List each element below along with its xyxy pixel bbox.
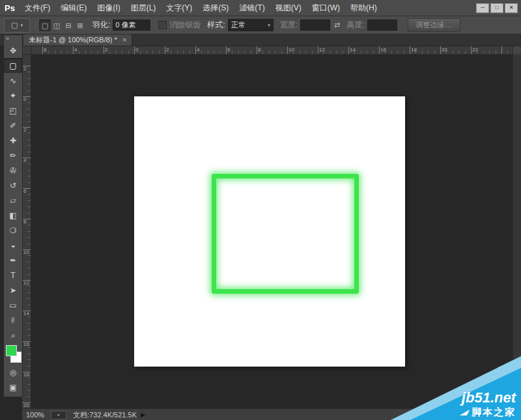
document-tab[interactable]: 未标题-1 @ 100%(RGB/8) * ×	[23, 34, 132, 46]
collapse-panel-icon[interactable]: »	[4, 35, 22, 43]
color-swatches	[4, 344, 22, 363]
minimize-button[interactable]: ─	[476, 3, 489, 13]
style-label: 样式:	[207, 20, 225, 31]
status-menu-arrow-icon[interactable]: ▶	[141, 412, 145, 418]
scrollbar-track[interactable]	[513, 46, 521, 408]
width-label: 宽度:	[280, 20, 298, 31]
lasso-tool-icon[interactable]: ∿	[4, 73, 22, 88]
v-ruler-label: 14	[23, 311, 30, 316]
tool-options-bar: ▢ ▾ ▢ ◫ ⊟ ⊞ 羽化: 0 像素 消除锯齿 样式: 正常 ▾ 宽度: ⇄…	[0, 16, 521, 35]
h-ruler-label: 16	[380, 47, 386, 53]
type-tool-icon[interactable]: T	[4, 268, 22, 283]
h-ruler-label: 10	[289, 47, 294, 53]
menu-filter[interactable]: 滤镜(T)	[234, 0, 270, 16]
vertical-ruler[interactable]: 2 0 2 4 6 8 10 12 14 16 18 20	[22, 54, 31, 408]
jb51-logo-icon	[460, 410, 470, 415]
style-dropdown[interactable]: 正常 ▾	[228, 19, 274, 31]
menu-window[interactable]: 窗口(W)	[307, 0, 345, 16]
v-ruler-label: 16	[23, 342, 30, 347]
height-input[interactable]	[367, 20, 397, 31]
menu-view[interactable]: 视图(V)	[270, 0, 307, 16]
h-ruler-label: 4	[74, 47, 77, 53]
v-ruler-label: 4	[23, 158, 30, 163]
intersect-selection-icon[interactable]: ⊞	[74, 20, 86, 31]
quick-selection-tool-icon[interactable]: ✦	[4, 88, 22, 103]
path-selection-tool-icon[interactable]: ➤	[4, 283, 22, 298]
marquee-tool-icon: ▢	[11, 21, 18, 29]
antialias-checkbox[interactable]	[158, 21, 167, 29]
pen-tool-icon[interactable]: ✒	[4, 253, 22, 268]
v-ruler-label: 2	[23, 66, 30, 72]
watermark-name-row: 脚本之家	[461, 406, 516, 419]
h-ruler-label: 0	[135, 47, 138, 53]
screen-mode-tool-icon[interactable]: ▣	[4, 380, 22, 395]
v-ruler-label: 10	[23, 250, 30, 255]
gradient-tool-icon[interactable]: ◧	[4, 208, 22, 223]
menu-bar: Ps 文件(F) 编辑(E) 图像(I) 图层(L) 文字(Y) 选择(S) 滤…	[0, 0, 521, 16]
watermark-site: jb51.net	[461, 390, 516, 406]
status-popup-box[interactable]: ▸	[51, 411, 66, 419]
add-to-selection-icon[interactable]: ◫	[51, 20, 63, 31]
h-ruler-label: 12	[319, 47, 325, 53]
restore-button[interactable]: □	[490, 3, 503, 13]
document-tab-title: 未标题-1 @ 100%(RGB/8) *	[29, 34, 117, 46]
quick-mask-tool-icon[interactable]: ◎	[4, 365, 22, 380]
history-brush-tool-icon[interactable]: ↺	[4, 178, 22, 193]
crop-tool-icon[interactable]: ◰	[4, 103, 22, 118]
v-ruler-label: 0	[23, 97, 30, 102]
zoom-tool-icon[interactable]: ⌕	[4, 328, 22, 343]
window-controls: ─ □ ✕	[476, 3, 518, 13]
menu-help[interactable]: 帮助(H)	[345, 0, 382, 16]
watermark-name: 脚本之家	[472, 406, 516, 419]
v-ruler-label: 6	[23, 189, 30, 194]
spot-healing-tool-icon[interactable]: ✚	[4, 133, 22, 148]
v-ruler-label: 8	[23, 219, 30, 225]
feather-label: 羽化:	[92, 20, 110, 31]
foreground-color-swatch[interactable]	[6, 345, 17, 356]
blur-tool-icon[interactable]: ❍	[4, 223, 22, 238]
move-tool-icon[interactable]: ✥	[4, 43, 22, 58]
h-ruler-label: 18	[411, 47, 417, 53]
tool-preset-picker[interactable]: ▢ ▾	[4, 18, 30, 33]
link-dimensions-icon[interactable]: ⇄	[334, 21, 340, 29]
eyedropper-tool-icon[interactable]: ✐	[4, 118, 22, 133]
separator	[34, 19, 35, 32]
hand-tool-icon[interactable]: ✌	[4, 313, 22, 328]
menu-type[interactable]: 文字(Y)	[161, 0, 197, 16]
v-ruler-label: 12	[23, 281, 30, 286]
tab-close-icon[interactable]: ×	[122, 34, 126, 46]
style-value: 正常	[231, 20, 246, 30]
rectangular-marquee-tool-icon[interactable]: ▢	[4, 58, 22, 73]
chevron-down-icon: ▾	[268, 23, 270, 28]
photoshop-window: Ps 文件(F) 编辑(E) 图像(I) 图层(L) 文字(Y) 选择(S) 滤…	[0, 0, 521, 420]
tools-panel: » ✥ ▢ ∿ ✦ ◰ ✐ ✚ ✏ ✇ ↺ ▱ ◧ ❍ ◒ ✒ T ➤ ▭ ✌ …	[3, 35, 23, 397]
feather-input[interactable]: 0 像素	[113, 20, 150, 31]
menu-file[interactable]: 文件(F)	[20, 0, 55, 16]
menu-edit[interactable]: 编辑(E)	[55, 0, 92, 16]
subtract-selection-icon[interactable]: ⊟	[63, 20, 74, 31]
height-label: 高度:	[346, 20, 364, 31]
horizontal-ruler[interactable]: 6 4 2 0 2 4 6 8 10 12 14 16 18 20 22	[22, 46, 513, 55]
menu-image[interactable]: 图像(I)	[92, 0, 125, 16]
brush-tool-icon[interactable]: ✏	[4, 148, 22, 163]
h-ruler-label: 22	[472, 47, 478, 53]
h-ruler-label: 6	[227, 47, 230, 53]
close-button[interactable]: ✕	[505, 3, 518, 13]
menu-select[interactable]: 选择(S)	[197, 0, 234, 16]
ruler-origin	[22, 46, 31, 55]
new-selection-icon[interactable]: ▢	[39, 20, 51, 31]
menu-layer[interactable]: 图层(L)	[126, 0, 162, 16]
width-input[interactable]	[300, 20, 330, 31]
refine-edge-button[interactable]: 调整边缘…	[408, 18, 460, 32]
h-ruler-label: 4	[197, 47, 199, 53]
h-ruler-label: 2	[166, 47, 169, 53]
v-ruler-label: 20	[23, 403, 30, 408]
clone-stamp-tool-icon[interactable]: ✇	[4, 163, 22, 178]
h-ruler-label: 20	[442, 47, 447, 53]
app-logo: Ps	[0, 3, 20, 13]
eraser-tool-icon[interactable]: ▱	[4, 193, 22, 208]
dodge-tool-icon[interactable]: ◒	[4, 238, 22, 253]
shape-tool-icon[interactable]: ▭	[4, 298, 22, 313]
neon-rectangle-shape	[212, 174, 359, 294]
zoom-level-input[interactable]: 100%	[26, 411, 44, 419]
